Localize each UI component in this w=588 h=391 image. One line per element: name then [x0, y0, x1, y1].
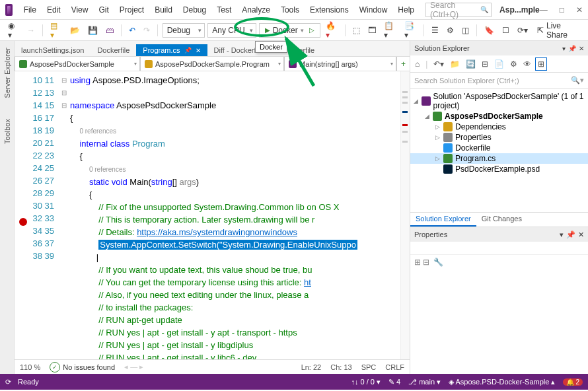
tb-btn-6[interactable]: ⚙	[444, 24, 457, 36]
breadcrumb-add[interactable]: +	[396, 57, 410, 71]
panel-menu-icon[interactable]: ▾	[562, 45, 566, 52]
menu-file[interactable]: File	[19, 3, 41, 17]
proj-icon	[433, 112, 442, 121]
tb-btn-5[interactable]: ☰	[429, 24, 441, 36]
close-tab-icon[interactable]: ✕	[196, 47, 201, 54]
tab-programcs[interactable]: Program.cs 📌 ✕	[136, 44, 207, 56]
se-showall-icon[interactable]: 📄	[492, 58, 506, 70]
menu-git[interactable]: Git	[94, 3, 113, 17]
pin-icon[interactable]: 📌	[184, 47, 192, 53]
se-props-icon[interactable]: ⚙	[508, 58, 519, 70]
redo-button[interactable]: ↷	[141, 24, 153, 36]
fold-column[interactable]: ⊟ ⊟ ⊟	[58, 71, 70, 359]
run-docker-button[interactable]: ▶ Docker ▾ ▷	[259, 23, 320, 38]
se-refresh-icon[interactable]: 🔄	[464, 58, 478, 70]
tb-btn-1[interactable]: ⬚	[350, 24, 363, 36]
solution-explorer-title: Solution Explorer	[414, 44, 470, 52]
sol-icon	[422, 96, 431, 106]
menu-extensions[interactable]: Extensions	[305, 3, 353, 17]
menu-window[interactable]: Window	[355, 3, 392, 17]
status-warn[interactable]: ✎ 4	[388, 378, 400, 386]
se-collapse-icon[interactable]: ⊟	[480, 58, 490, 70]
menu-project[interactable]: Project	[115, 3, 149, 17]
tb-btn-8[interactable]: 🔖	[482, 24, 497, 36]
menu-tools[interactable]: Tools	[276, 3, 304, 17]
tb-btn-7[interactable]: ◫	[459, 24, 472, 36]
tb-btn-9[interactable]: ☐	[499, 24, 512, 36]
status-branch[interactable]: ⎇ main ▾	[408, 378, 441, 386]
main-menu: FileEditViewGitProjectBuildDebugTestAnal…	[19, 3, 419, 17]
undo-button[interactable]: ↶	[126, 24, 138, 36]
psd-icon	[443, 164, 453, 174]
tb-btn-10[interactable]: ⟳▾	[515, 24, 531, 36]
maximize-icon[interactable]: □	[560, 5, 564, 15]
menu-debug[interactable]: Debug	[178, 3, 211, 17]
new-button[interactable]: ▤ ▾	[48, 20, 65, 41]
config-dropdown[interactable]: Debug	[163, 23, 205, 38]
tb-btn-2[interactable]: 🗔	[365, 24, 379, 36]
panel-close-icon[interactable]: ✕	[579, 45, 584, 52]
pin-icon[interactable]: 📌	[568, 45, 576, 52]
open-button[interactable]: 📂	[67, 24, 83, 36]
tree-asposepsddockersampl[interactable]: ◢AsposePsdDockerSample	[410, 111, 588, 122]
tree-dependencies[interactable]: ▷Dependencies	[410, 122, 588, 132]
line-indicator: Ln: 22	[301, 363, 322, 371]
nav-fwd-button[interactable]: →	[24, 24, 38, 36]
issues-indicator[interactable]: No issues found	[50, 362, 115, 373]
tab-dockerfile[interactable]: Dockerfile	[91, 44, 136, 56]
minimize-icon[interactable]: —	[540, 5, 548, 15]
tb-btn-4[interactable]: 📑▾	[402, 20, 420, 41]
breadcrumb-project[interactable]: AsposePsdDockerSample	[15, 57, 140, 71]
status-bg-icon[interactable]: ⟳	[5, 378, 11, 386]
se-back-icon[interactable]: ↶▾	[431, 58, 446, 70]
status-notifications[interactable]: 🔔2	[563, 378, 583, 386]
menu-help[interactable]: Help	[393, 3, 419, 17]
menu-build[interactable]: Build	[150, 3, 177, 17]
se-preview-icon[interactable]: 👁	[521, 58, 533, 70]
tree-programcs[interactable]: ▷Program.cs	[410, 153, 588, 164]
menu-test[interactable]: Test	[212, 3, 236, 17]
nav-back-button[interactable]: ◉ ▾	[5, 20, 22, 41]
se-scope-icon[interactable]: 📁	[448, 58, 462, 70]
menu-view[interactable]: View	[67, 3, 93, 17]
save-all-button[interactable]: 🗃	[103, 24, 116, 36]
se-group-icon[interactable]: ⊞	[535, 57, 547, 71]
menu-edit[interactable]: Edit	[42, 3, 65, 17]
tree-dockerfile[interactable]: Dockerfile	[410, 143, 588, 153]
tab-launchsettingsjson[interactable]: launchSettings.json	[15, 44, 91, 56]
status-repo[interactable]: ◈ Aspose.PSD-Docker-Sample ▴	[449, 378, 555, 386]
save-button[interactable]: 💾	[85, 24, 100, 36]
platform-dropdown[interactable]: Any CPU	[207, 23, 256, 38]
hot-reload-button[interactable]: 🔥▾	[323, 20, 341, 41]
global-search-input[interactable]: Search (Ctrl+Q)	[425, 3, 492, 17]
tree-psddockerexamplepsd[interactable]: PsdDockerExample.psd	[410, 164, 588, 174]
breadcrumb-method[interactable]: Main(string[] args)	[284, 57, 396, 71]
panel-tab-git-changes[interactable]: Git Changes	[476, 213, 527, 227]
panel-tab-solution-explorer[interactable]: Solution Explorer	[410, 213, 476, 227]
se-home-icon[interactable]: ⌂	[413, 58, 422, 70]
menu-analyze[interactable]: Analyze	[237, 3, 275, 17]
rail-server-explorer[interactable]: Server Explorer	[3, 44, 11, 102]
status-errors[interactable]: ↑↓ 0 / 0 ▾	[351, 378, 381, 386]
tree-solutionasposepsddoc[interactable]: ◢Solution 'AsposePsdDockerSample' (1 of …	[410, 91, 588, 111]
close-icon[interactable]: ✕	[576, 5, 583, 15]
props-alpha-icon[interactable]: 🔧	[433, 258, 443, 272]
props-cat-icon[interactable]: ⊞ ⊟	[414, 258, 429, 272]
tree-properties[interactable]: ▷Properties	[410, 132, 588, 143]
tb-btn-3[interactable]: 📋▾	[381, 20, 399, 41]
space-indicator: SPC	[361, 363, 377, 371]
live-share-button[interactable]: ⇱ Live Share	[533, 20, 583, 41]
zoom-level[interactable]: 110 %	[20, 363, 40, 371]
solution-search-input[interactable]: Search Solution Explorer (Ctrl+;) 🔍▾	[410, 73, 588, 89]
breakpoint-icon[interactable]	[19, 218, 27, 226]
minimap[interactable]	[400, 71, 410, 359]
play-icon: ▶	[265, 26, 270, 34]
rail-toolbox[interactable]: Toolbox	[3, 115, 11, 148]
code-editor[interactable]: using Aspose.PSD.ImageOptions; namespace…	[70, 71, 400, 359]
props-menu-icon[interactable]: ▾	[560, 231, 564, 239]
props-pin-icon[interactable]: 📌	[566, 231, 575, 239]
project-title: Asp...mple	[499, 5, 540, 15]
char-indicator: Ch: 13	[330, 363, 351, 371]
props-close-icon[interactable]: ✕	[578, 231, 584, 239]
breadcrumb-class[interactable]: AsposePsdDockerSample.Program	[140, 57, 284, 71]
